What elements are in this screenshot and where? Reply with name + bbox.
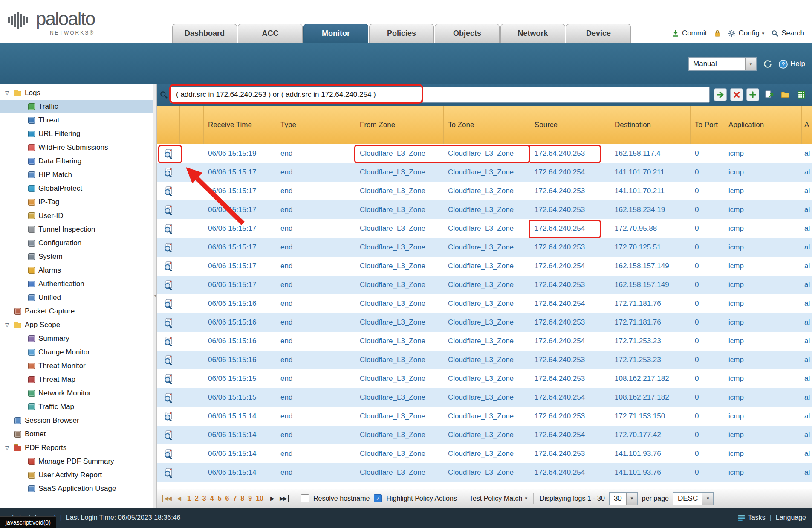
table-row[interactable]: 06/06 15:15:17endCloudflare_L3_ZoneCloud… [157,257,812,276]
cell-application[interactable]: icmp [724,276,802,294]
cell-from-zone[interactable]: Cloudflare_L3_Zone [355,219,444,238]
cell-application[interactable]: icmp [724,219,802,238]
page-number-6[interactable]: 6 [225,495,229,502]
log-detail-icon[interactable] [157,351,180,369]
cell-to-zone[interactable]: Cloudflare_L3_Zone [444,332,530,351]
sidebar-item-globalprotect[interactable]: GlobalProtect [0,182,153,195]
tab-acc[interactable]: ACC [238,24,303,43]
cell-source[interactable]: 172.64.240.253 [530,276,610,294]
cell-to-zone[interactable]: Cloudflare_L3_Zone [444,351,530,369]
cell-source[interactable]: 172.64.240.253 [530,351,610,369]
cell-application[interactable]: icmp [724,351,802,369]
table-row[interactable]: 06/06 15:15:17endCloudflare_L3_ZoneCloud… [157,163,812,182]
table-row[interactable]: 06/06 15:15:14endCloudflare_L3_ZoneCloud… [157,463,812,482]
sidebar-item-threat-monitor[interactable]: Threat Monitor [0,359,153,373]
sidebar-item-threat[interactable]: Threat [0,113,153,127]
cell-source[interactable]: 172.64.240.253 [530,200,610,219]
search-button[interactable]: Search [771,29,804,38]
table-row[interactable]: 06/06 15:15:17endCloudflare_L3_ZoneCloud… [157,219,812,238]
table-row[interactable]: 06/06 15:15:16endCloudflare_L3_ZoneCloud… [157,313,812,332]
cell-application[interactable]: icmp [724,407,802,426]
last-page-button[interactable]: ▶▶ [279,495,289,502]
cell-destination[interactable]: 108.162.217.182 [610,388,691,407]
table-row[interactable]: 06/06 15:15:17endCloudflare_L3_ZoneCloud… [157,200,812,219]
dropdown-arrow-icon[interactable]: ▾ [745,58,756,70]
sidebar-item-unified[interactable]: Unified [0,291,153,305]
cell-to-zone[interactable]: Cloudflare_L3_Zone [444,257,530,276]
cell-application[interactable]: icmp [724,144,802,163]
cell-to-zone[interactable]: Cloudflare_L3_Zone [444,163,530,182]
cell-destination[interactable]: 162.158.157.149 [610,257,691,276]
log-detail-icon[interactable] [157,257,180,276]
column-header-receive-time[interactable]: Receive Time [204,106,276,144]
page-number-8[interactable]: 8 [240,495,244,502]
expander-icon[interactable]: ▽ [5,90,14,96]
cell-from-zone[interactable]: Cloudflare_L3_Zone [355,182,444,200]
commit-button[interactable]: Commit [672,29,707,38]
sidebar-item-logs[interactable]: ▽Logs [0,86,153,100]
prev-page-button[interactable]: ◀ [176,495,181,502]
log-detail-icon[interactable] [157,388,180,407]
table-row[interactable]: 06/06 15:15:16endCloudflare_L3_ZoneCloud… [157,351,812,369]
help-button[interactable]: ? Help [779,60,805,69]
page-number-7[interactable]: 7 [233,495,237,502]
log-detail-icon[interactable] [157,144,180,163]
sidebar-item-user-id[interactable]: User-ID [0,209,153,223]
cell-from-zone[interactable]: Cloudflare_L3_Zone [355,407,444,426]
next-page-button[interactable]: ▶ [269,495,275,502]
cell-from-zone[interactable]: Cloudflare_L3_Zone [355,276,444,294]
cell-destination[interactable]: 141.101.93.76 [610,463,691,482]
cell-from-zone[interactable]: Cloudflare_L3_Zone [355,200,444,219]
tab-device[interactable]: Device [566,24,631,43]
dropdown-arrow-icon[interactable]: ▾ [702,493,713,505]
cell-destination[interactable]: 172.71.181.76 [610,313,691,332]
page-number-10[interactable]: 10 [256,495,263,502]
apply-filter-button[interactable] [714,88,727,101]
load-filter-folder-icon[interactable] [779,88,792,101]
highlight-policy-actions-checkbox[interactable]: ✓ [374,494,382,502]
cell-from-zone[interactable]: Cloudflare_L3_Zone [355,369,444,388]
cell-destination[interactable]: 108.162.217.182 [610,369,691,388]
cell-application[interactable]: icmp [724,332,802,351]
sidebar-item-app-scope[interactable]: ▽App Scope [0,318,153,332]
refresh-mode-select[interactable]: Manual ▾ [688,57,757,71]
cell-destination[interactable]: 172.71.253.23 [610,332,691,351]
table-row[interactable]: 06/06 15:15:17endCloudflare_L3_ZoneCloud… [157,182,812,200]
table-row[interactable]: 06/06 15:15:14endCloudflare_L3_ZoneCloud… [157,407,812,426]
cell-from-zone[interactable]: Cloudflare_L3_Zone [355,463,444,482]
table-row[interactable]: 06/06 15:15:14endCloudflare_L3_ZoneCloud… [157,444,812,463]
sidebar-item-threat-map[interactable]: Threat Map [0,373,153,386]
filter-query-input[interactable] [170,87,710,103]
export-csv-icon[interactable] [795,88,808,101]
cell-source[interactable]: 172.64.240.253 [530,369,610,388]
cell-application[interactable]: icmp [724,182,802,200]
sidebar-item-botnet[interactable]: Botnet [0,427,153,441]
sidebar-item-manage-pdf-summary[interactable]: Manage PDF Summary [0,455,153,468]
page-number-1[interactable]: 1 [187,495,191,502]
log-detail-icon[interactable] [157,444,180,463]
cell-source[interactable]: 172.64.240.254 [530,426,610,444]
sidebar-item-hip-match[interactable]: HIP Match [0,168,153,182]
sidebar-item-configuration[interactable]: Configuration [0,236,153,250]
cell-source[interactable]: 172.64.240.254 [530,388,610,407]
cell-to-zone[interactable]: Cloudflare_L3_Zone [444,238,530,257]
cell-destination[interactable]: 172.71.253.23 [610,351,691,369]
sidebar-item-session-browser[interactable]: Session Browser [0,414,153,427]
column-header-application[interactable]: Application [724,106,802,144]
dropdown-arrow-icon[interactable]: ▾ [626,493,637,505]
cell-application[interactable]: icmp [724,463,802,482]
log-detail-icon[interactable] [157,219,180,238]
sidebar-item-user-activity-report[interactable]: User Activity Report [0,468,153,482]
cell-source[interactable]: 172.64.240.253 [530,313,610,332]
cell-destination[interactable]: 172.70.95.88 [610,219,691,238]
sidebar-item-tunnel-inspection[interactable]: Tunnel Inspection [0,223,153,236]
cell-to-zone[interactable]: Cloudflare_L3_Zone [444,219,530,238]
cell-source[interactable]: 172.64.240.254 [530,219,610,238]
sidebar-collapse-handle[interactable]: ◄ [153,84,157,508]
cell-source[interactable]: 172.64.240.253 [530,407,610,426]
column-header-type[interactable]: Type [276,106,355,144]
column-header-from-zone[interactable]: From Zone [355,106,444,144]
sidebar-item-wildfire-submissions[interactable]: WildFire Submissions [0,141,153,154]
sidebar-item-summary[interactable]: Summary [0,332,153,345]
tasks-button[interactable]: Tasks [748,514,766,522]
